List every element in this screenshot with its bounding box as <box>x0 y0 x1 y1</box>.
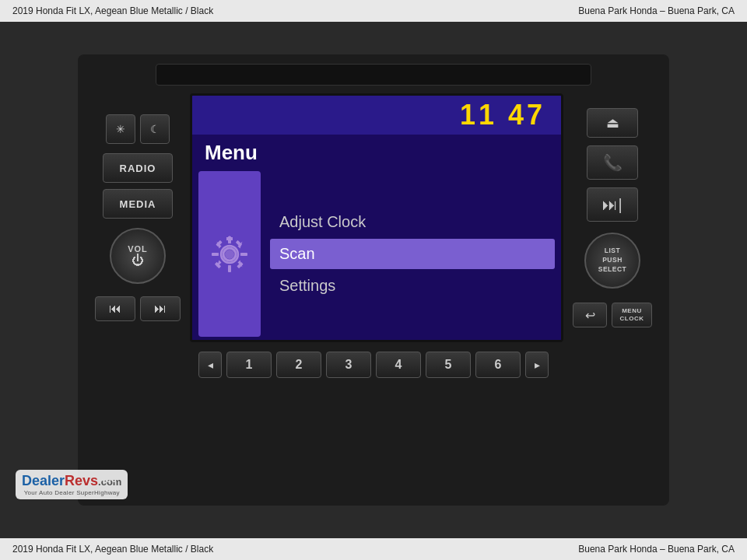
main-content: ✳ ☾ RADIO MEDIA VOL ⏻ ⏮ ⏭ <box>0 22 747 538</box>
svg-rect-7 <box>241 253 247 256</box>
cassette-slot <box>156 64 591 86</box>
svg-rect-5 <box>228 266 231 272</box>
media-button[interactable]: MEDIA <box>103 189 173 219</box>
menu-items-container: Adjust Clock Scan Settings <box>192 168 561 340</box>
svg-point-3 <box>225 250 234 259</box>
preset-5-button[interactable]: 5 <box>426 352 471 378</box>
preset-6-button[interactable]: 6 <box>475 352 521 378</box>
radio-button[interactable]: RADIO <box>103 153 173 183</box>
time-bar: 11 47 <box>192 96 561 135</box>
screen-body: Menu <box>192 135 561 340</box>
preset-4-button[interactable]: 4 <box>376 352 421 378</box>
middle-row: ✳ ☾ RADIO MEDIA VOL ⏻ ⏮ ⏭ <box>87 93 660 342</box>
gear-icon-area <box>198 171 261 337</box>
top-bar-left: 2019 Honda Fit LX, Aegean Blue Metallic … <box>12 5 213 16</box>
right-controls: ⏏ 📞 ⏭| LISTPUSHSELECT ↩ MENUCLOCK <box>573 108 652 327</box>
menu-title: Menu <box>192 135 561 168</box>
skip-back-button[interactable]: ⏮ <box>95 296 135 321</box>
menu-list: Adjust Clock Scan Settings <box>261 168 561 340</box>
svg-rect-4 <box>228 236 231 243</box>
volume-knob[interactable]: VOL ⏻ <box>110 228 166 284</box>
watermark-numbers: 456 <box>100 473 117 485</box>
vol-label: VOL <box>128 244 148 254</box>
phone-button[interactable]: 📞 <box>587 145 638 180</box>
svg-rect-6 <box>212 253 218 256</box>
top-bar: 2019 Honda Fit LX, Aegean Blue Metallic … <box>0 0 747 22</box>
preset-left-arrow[interactable]: ◂ <box>198 352 222 378</box>
back-button[interactable]: ↩ <box>573 303 607 327</box>
watermark-logo: 456 DealerRevs.com Your Auto Dealer Supe… <box>16 470 128 499</box>
bottom-bar-left: 2019 Honda Fit LX, Aegean Blue Metallic … <box>12 544 213 555</box>
top-bar-right: Buena Park Honda – Buena Park, CA <box>578 5 735 16</box>
menu-item-settings[interactable]: Settings <box>270 271 555 301</box>
menu-clock-label: MENUCLOCK <box>620 307 644 324</box>
skip-forward-button[interactable]: ⏭ <box>140 296 181 321</box>
moon-icon[interactable]: ☾ <box>140 114 170 144</box>
presets-row: ◂ 1 2 3 4 5 6 ▸ <box>87 352 660 378</box>
bottom-right-buttons: ↩ MENUCLOCK <box>573 303 652 327</box>
watermark: 456 DealerRevs.com Your Auto Dealer Supe… <box>16 470 128 499</box>
skip-buttons: ⏮ ⏭ <box>95 296 181 321</box>
bottom-bar-right: Buena Park Honda – Buena Park, CA <box>578 544 735 555</box>
head-unit: ✳ ☾ RADIO MEDIA VOL ⏻ ⏮ ⏭ <box>78 54 669 506</box>
screen: 11 47 Menu <box>190 93 563 342</box>
left-controls: ✳ ☾ RADIO MEDIA VOL ⏻ ⏮ ⏭ <box>95 114 181 321</box>
track-button[interactable]: ⏭| <box>587 187 638 222</box>
watermark-dealer: Dealer <box>22 473 65 488</box>
menu-item-scan[interactable]: Scan <box>270 239 555 269</box>
watermark-sub: Your Auto Dealer SuperHighway <box>24 489 120 496</box>
time-display: 11 47 <box>460 99 545 131</box>
gear-icon <box>209 234 250 275</box>
display-icons: ✳ ☾ <box>106 114 170 144</box>
brightness-icon[interactable]: ✳ <box>106 114 135 144</box>
watermark-revs: Revs <box>65 473 98 488</box>
list-select-label: LISTPUSHSELECT <box>598 247 627 275</box>
preset-2-button[interactable]: 2 <box>276 352 321 378</box>
eject-button[interactable]: ⏏ <box>587 108 638 138</box>
menu-clock-button[interactable]: MENUCLOCK <box>612 303 652 327</box>
preset-3-button[interactable]: 3 <box>326 352 371 378</box>
menu-item-adjust-clock[interactable]: Adjust Clock <box>270 207 555 237</box>
preset-right-arrow[interactable]: ▸ <box>525 352 549 378</box>
bottom-bar: 2019 Honda Fit LX, Aegean Blue Metallic … <box>0 538 747 560</box>
power-icon: ⏻ <box>132 254 144 268</box>
preset-1-button[interactable]: 1 <box>226 352 272 378</box>
list-select-knob[interactable]: LISTPUSHSELECT <box>584 233 640 289</box>
